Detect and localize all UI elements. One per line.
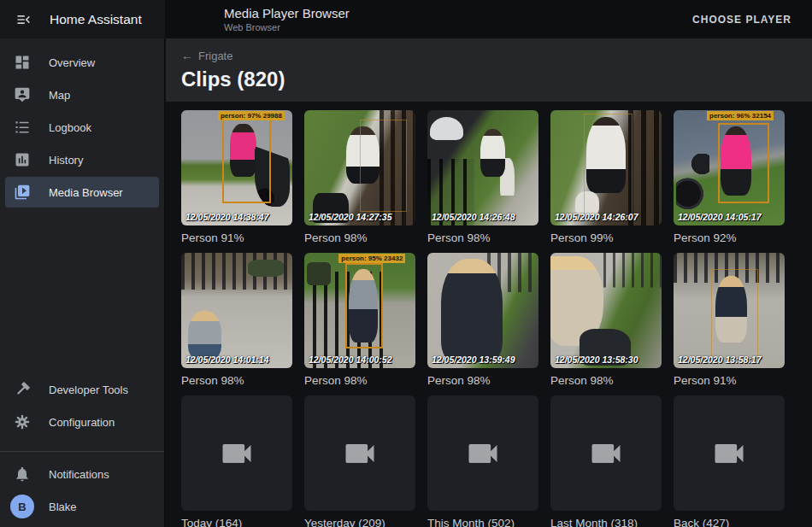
clip-label: Person 98% [427, 374, 538, 387]
breadcrumb-label: Frigate [198, 50, 232, 62]
folder-thumbnail[interactable] [674, 395, 785, 511]
clip-timestamp-overlay: 12/05/2020 14:38:47 [185, 212, 269, 222]
clip-card: person: 96% 32154 12/05/2020 14:05:17 Pe… [674, 110, 785, 244]
clip-timestamp-overlay: 12/05/2020 14:26:07 [555, 212, 638, 222]
top-app-bar: Home Assistant Media Player Browser Web … [0, 0, 812, 38]
bell-icon [12, 464, 32, 484]
clip-thumbnail[interactable]: 12/05/2020 13:58:17 [674, 253, 785, 368]
detection-bounding-box [718, 123, 769, 204]
folder-label: Last Month (318) [550, 517, 662, 527]
clip-card: 12/05/2020 14:26:48 Person 98% [427, 110, 538, 244]
clip-thumbnail[interactable]: 12/05/2020 14:26:07 [550, 110, 662, 225]
clip-card: 12/05/2020 13:58:17 Person 91% [674, 253, 785, 387]
sidebar-item-label: Configuration [49, 416, 115, 429]
folder-thumbnail[interactable] [550, 395, 662, 511]
folder-thumbnail[interactable] [427, 395, 538, 511]
sidebar-header: Home Assistant [0, 0, 165, 38]
clip-thumbnail[interactable]: 12/05/2020 13:58:30 [550, 253, 662, 368]
sidebar-item-notifications[interactable]: Notifications [5, 459, 159, 489]
clip-card: 12/05/2020 13:58:30 Person 98% [550, 253, 662, 387]
home-assistant-app: Home Assistant Media Player Browser Web … [0, 0, 812, 527]
clip-card: person: 95% 23432 12/05/2020 14:00:52 Pe… [304, 253, 415, 387]
clip-card: 12/05/2020 14:01:14 Person 98% [181, 253, 292, 387]
clip-label: Person 91% [181, 231, 292, 244]
chart-box-icon [12, 149, 32, 170]
menu-collapse-icon [15, 11, 32, 28]
clip-timestamp-overlay: 12/05/2020 14:01:14 [185, 354, 269, 365]
clip-thumbnail[interactable]: 12/05/2020 14:01:14 [181, 253, 292, 368]
clip-thumbnail[interactable]: 12/05/2020 14:27:35 [304, 110, 415, 225]
sidebar-item-media-browser[interactable]: Media Browser [5, 177, 159, 208]
folder-card-last-month: Last Month (318) [550, 395, 662, 527]
folder-label: This Month (502) [427, 517, 538, 527]
sidebar: Overview Map Logbook [0, 38, 165, 527]
clip-timestamp-overlay: 12/05/2020 14:26:48 [432, 212, 515, 222]
clip-card: 12/05/2020 14:26:07 Person 99% [550, 110, 662, 244]
sidebar-item-label: Developer Tools [49, 384, 128, 396]
video-camera-icon [218, 435, 256, 472]
clip-label: Person 98% [304, 374, 415, 387]
clip-thumbnail[interactable]: person: 95% 23432 12/05/2020 14:00:52 [304, 253, 415, 368]
clip-timestamp-overlay: 12/05/2020 14:27:35 [309, 212, 392, 222]
clip-card: 12/05/2020 13:59:49 Person 98% [427, 253, 538, 387]
clip-timestamp-overlay: 12/05/2020 13:59:49 [432, 354, 515, 365]
clip-thumbnail[interactable]: 12/05/2020 13:59:49 [427, 253, 538, 368]
folder-card-back: Back (427) [674, 395, 785, 527]
account-tooltip-icon [12, 85, 32, 105]
sidebar-item-profile[interactable]: B Blake [5, 491, 159, 522]
breadcrumb-back-frigate[interactable]: ← Frigate [181, 49, 232, 62]
folder-card-today: Today (164) [181, 395, 292, 527]
sidebar-item-label: Logbook [49, 121, 91, 134]
clip-timestamp-overlay: 12/05/2020 13:58:30 [555, 354, 638, 365]
sidebar-item-label: History [49, 154, 83, 167]
clip-timestamp-overlay: 12/05/2020 13:58:17 [678, 354, 762, 365]
view-dashboard-icon [12, 52, 32, 73]
folder-thumbnail[interactable] [304, 395, 415, 511]
clip-thumbnail[interactable]: 12/05/2020 14:26:48 [427, 110, 538, 225]
clip-label: Person 98% [550, 374, 662, 387]
sidebar-item-label: Media Browser [49, 186, 123, 199]
detection-label: person: 95% 23432 [338, 254, 405, 263]
clip-card: 12/05/2020 14:27:35 Person 98% [304, 110, 415, 244]
play-box-multiple-icon [12, 182, 32, 202]
sidebar-item-label: Map [49, 89, 70, 102]
content-header: ← Frigate Clips (820) [166, 38, 812, 102]
sidebar-item-history[interactable]: History [5, 144, 159, 175]
page-section-title: Clips (820) [181, 67, 812, 91]
clip-label: Person 98% [181, 374, 292, 387]
video-camera-icon [710, 435, 748, 472]
media-browser-content: ← Frigate Clips (820) person: 97% 29988 … [166, 38, 812, 527]
clip-label: Person 91% [674, 374, 785, 387]
sidebar-item-developer-tools[interactable]: Developer Tools [5, 374, 159, 405]
clip-card: person: 97% 29988 12/05/2020 14:38:47 Pe… [181, 110, 292, 244]
sidebar-item-logbook[interactable]: Logbook [5, 112, 159, 143]
video-camera-icon [464, 435, 502, 472]
sidebar-toggle-button[interactable] [7, 3, 41, 37]
sidebar-item-overview[interactable]: Overview [5, 47, 159, 78]
choose-player-button[interactable]: CHOOSE PLAYER [685, 7, 798, 32]
folder-card-yesterday: Yesterday (209) [304, 395, 415, 527]
detection-bounding-box [711, 269, 758, 359]
clip-thumbnail[interactable]: person: 97% 29988 12/05/2020 14:38:47 [181, 110, 292, 225]
detection-label: person: 97% 29988 [218, 111, 285, 120]
back-arrow-icon: ← [181, 49, 193, 62]
page-title: Media Player Browser [224, 6, 350, 20]
clip-label: Person 99% [550, 231, 662, 244]
app-title: Home Assistant [50, 12, 142, 27]
sidebar-item-label: Overview [49, 56, 95, 69]
folder-thumbnail[interactable] [181, 395, 292, 511]
bulleted-list-icon [12, 117, 32, 138]
avatar: B [10, 495, 34, 518]
sidebar-item-map[interactable]: Map [5, 79, 159, 110]
clips-grid: person: 97% 29988 12/05/2020 14:38:47 Pe… [181, 110, 812, 527]
clip-label: Person 98% [304, 231, 415, 244]
folder-label: Back (427) [674, 517, 785, 527]
clip-label: Person 98% [427, 231, 538, 244]
video-camera-icon [587, 435, 625, 472]
detection-bounding-box [360, 120, 407, 212]
sidebar-item-label: Blake [49, 501, 77, 513]
gear-icon [12, 412, 32, 432]
folder-label: Today (164) [181, 517, 292, 527]
sidebar-item-configuration[interactable]: Configuration [5, 407, 159, 437]
clip-thumbnail[interactable]: person: 96% 32154 12/05/2020 14:05:17 [674, 110, 785, 225]
